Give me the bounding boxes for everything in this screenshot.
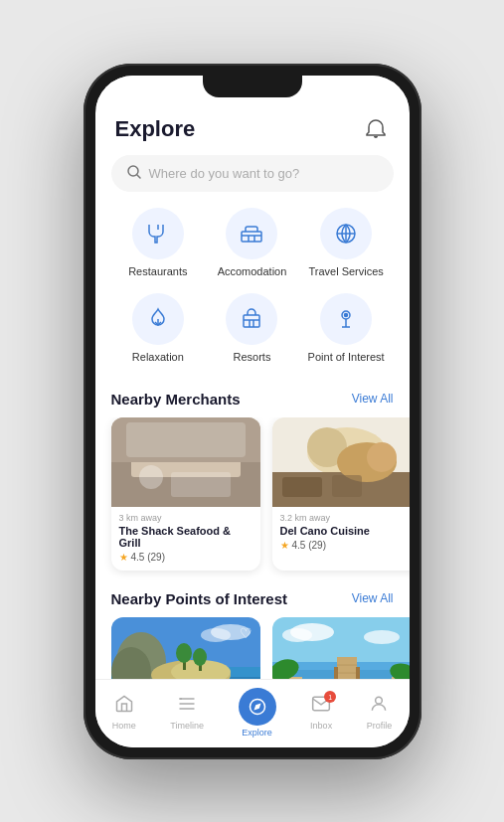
- notch: [203, 76, 302, 97]
- svg-rect-30: [332, 475, 362, 497]
- svg-rect-56: [356, 667, 360, 679]
- nav-inbox[interactable]: 1 Inbox: [310, 694, 332, 731]
- nav-timeline-label: Timeline: [170, 721, 204, 731]
- nav-profile-label: Profile: [367, 721, 393, 731]
- scroll-content: Explore Where do you want to go?: [95, 105, 410, 679]
- accommodation-label: Accomodation: [218, 265, 287, 277]
- merchant-distance-2: 3.2 km away: [280, 513, 410, 523]
- svg-rect-3: [242, 232, 261, 242]
- nearby-poi-header: Nearby Points of Interest View All: [95, 586, 410, 617]
- poi-icon-circle: [320, 293, 372, 345]
- relaxation-label: Relaxation: [132, 351, 184, 363]
- merchant-name-2: Del Cano Cuisine: [280, 525, 410, 537]
- star-icon-2: ★: [280, 540, 289, 551]
- svg-rect-22: [126, 422, 246, 457]
- poi-card-2[interactable]: [272, 617, 410, 679]
- rating-value-1: 4.5 (29): [131, 552, 165, 563]
- inbox-badge: 1: [324, 691, 336, 703]
- header: Explore: [95, 105, 410, 151]
- rating-value-2: 4.5 (29): [292, 540, 326, 551]
- nav-timeline[interactable]: Timeline: [170, 694, 204, 731]
- nav-home-label: Home: [112, 721, 136, 731]
- poi-label: Point of Interest: [308, 351, 385, 363]
- nearby-poi-title: Nearby Points of Interest: [111, 590, 288, 607]
- resorts-icon-circle: [226, 293, 277, 345]
- svg-point-39: [176, 643, 192, 663]
- home-icon: [114, 694, 134, 719]
- category-poi[interactable]: Point of Interest: [306, 293, 386, 363]
- merchant-card-2[interactable]: 3.2 km away Del Cano Cuisine ★ 4.5 (29): [272, 417, 410, 571]
- svg-rect-20: [171, 472, 231, 497]
- nearby-merchants-header: Nearby Merchants View All: [95, 387, 410, 417]
- svg-point-62: [282, 628, 312, 642]
- merchant-info-1: 3 km away The Shack Seafood & Grill ★ 4.…: [111, 507, 260, 571]
- category-accommodation[interactable]: Accomodation: [212, 208, 291, 277]
- category-travel-services[interactable]: Travel Services: [306, 208, 386, 277]
- categories-grid: Restaurants Ac: [95, 208, 410, 387]
- svg-point-63: [364, 630, 400, 644]
- search-placeholder: Where do you want to go?: [149, 166, 300, 181]
- svg-point-14: [345, 313, 348, 316]
- merchant-name-1: The Shack Seafood & Grill: [119, 525, 252, 549]
- notification-bell-icon[interactable]: [362, 115, 390, 143]
- search-bar[interactable]: Where do you want to go?: [111, 155, 394, 192]
- restaurants-icon-circle: [132, 208, 184, 259]
- restaurants-label: Restaurants: [128, 265, 187, 277]
- search-icon: [127, 165, 141, 182]
- star-icon-1: ★: [119, 552, 128, 563]
- accommodation-icon-circle: [226, 208, 277, 259]
- nearby-poi-view-all[interactable]: View All: [352, 591, 394, 605]
- svg-point-28: [367, 442, 397, 472]
- nav-explore[interactable]: Explore: [239, 688, 276, 738]
- category-restaurants[interactable]: Restaurants: [118, 208, 198, 277]
- poi-heart-icon-1[interactable]: ♡: [240, 625, 252, 641]
- merchant-distance-1: 3 km away: [119, 513, 252, 523]
- svg-line-1: [137, 175, 140, 178]
- svg-rect-49: [337, 657, 357, 679]
- merchant-card-1[interactable]: 3 km away The Shack Seafood & Grill ★ 4.…: [111, 417, 260, 571]
- explore-icon: [239, 688, 276, 726]
- nearby-merchants-view-all[interactable]: View All: [352, 392, 394, 406]
- resorts-label: Resorts: [234, 351, 271, 363]
- nearby-merchants-scroll: 3 km away The Shack Seafood & Grill ★ 4.…: [95, 417, 410, 586]
- merchant-rating-2: ★ 4.5 (29): [280, 540, 410, 551]
- category-resorts[interactable]: Resorts: [212, 293, 291, 363]
- svg-point-41: [193, 648, 207, 666]
- merchant-rating-1: ★ 4.5 (29): [119, 552, 252, 563]
- merchant-info-2: 3.2 km away Del Cano Cuisine ★ 4.5 (29): [272, 507, 410, 559]
- category-relaxation[interactable]: Relaxation: [118, 293, 198, 363]
- profile-icon: [369, 694, 389, 719]
- nav-inbox-label: Inbox: [310, 721, 332, 731]
- travel-services-label: Travel Services: [308, 265, 383, 277]
- phone-screen: Explore Where do you want to go?: [95, 76, 410, 747]
- nav-profile[interactable]: Profile: [367, 694, 393, 731]
- category-row-2: Relaxation Res: [111, 293, 394, 363]
- relaxation-icon-circle: [132, 293, 184, 345]
- inbox-icon-wrap: 1: [311, 694, 331, 719]
- svg-rect-9: [244, 315, 259, 327]
- svg-point-69: [376, 697, 383, 704]
- timeline-icon: [177, 694, 197, 719]
- nav-explore-label: Explore: [242, 728, 272, 738]
- merchant-image-2: [272, 417, 410, 507]
- nearby-merchants-title: Nearby Merchants: [111, 391, 241, 408]
- category-row-1: Restaurants Ac: [111, 208, 394, 277]
- svg-rect-55: [334, 667, 338, 679]
- travel-services-icon-circle: [320, 208, 372, 259]
- phone-frame: Explore Where do you want to go?: [84, 64, 421, 759]
- poi-scroll: ♡: [95, 617, 410, 679]
- bottom-nav: Home Timeline: [95, 679, 410, 747]
- poi-card-1[interactable]: ♡: [111, 617, 260, 679]
- nav-home[interactable]: Home: [112, 694, 136, 731]
- page-title: Explore: [115, 116, 196, 142]
- svg-rect-29: [282, 477, 322, 497]
- svg-point-19: [139, 465, 163, 489]
- merchant-image-1: [111, 417, 260, 507]
- svg-point-43: [201, 628, 231, 642]
